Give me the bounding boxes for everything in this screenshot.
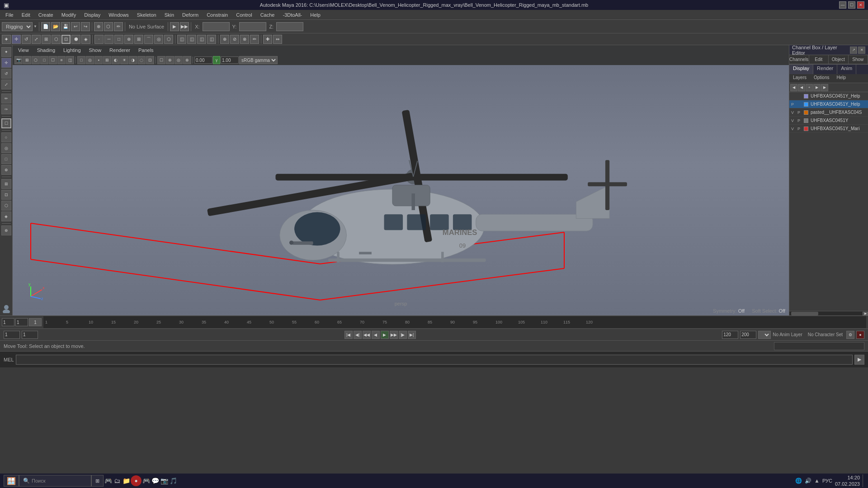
layer-prev-button[interactable]: ◀	[790, 84, 797, 91]
timeline-ruler[interactable]: 1 5 10 15 20 25 30 35 40 45 50 55 60 65 …	[43, 316, 866, 328]
tab-anim[interactable]: Anim	[837, 65, 856, 74]
scale-tool-button[interactable]: ⤢	[32, 35, 41, 44]
vp-menu-view[interactable]: View	[14, 47, 33, 54]
layer-row-2[interactable]: P UHFBXASC0451Y_Help	[789, 100, 868, 108]
paint-weights-button[interactable]: ✏	[250, 35, 259, 44]
vp-menu-renderer[interactable]: Renderer	[106, 47, 134, 54]
left-ik-button[interactable]: ◎	[1, 143, 11, 153]
vp-gamma-toggle[interactable]: γ	[213, 56, 220, 64]
taskbar-app8-icon[interactable]: 🎵	[169, 476, 178, 485]
vp-wireframe-button[interactable]: □	[77, 56, 85, 64]
maximize-button[interactable]: ☐	[848, 1, 855, 9]
layer-back-button[interactable]: ◀	[798, 84, 805, 91]
render-icon-button[interactable]: ◫	[177, 35, 186, 44]
cross-tool-button[interactable]: ✚	[263, 35, 272, 44]
range-start-input[interactable]	[4, 331, 20, 339]
new-scene-button[interactable]: 📄	[41, 22, 50, 31]
rotate-tool-button[interactable]: ↺	[22, 35, 31, 44]
show-desktop-button[interactable]	[863, 474, 864, 487]
prev-key-button[interactable]: ◀◀	[363, 331, 371, 339]
layer-row-4[interactable]: V P UHFBXASC0451Y	[789, 117, 868, 125]
menu-create[interactable]: Create	[35, 11, 57, 19]
step-back-button[interactable]: ◀|	[354, 331, 362, 339]
vp-camera-button[interactable]: 📷	[14, 56, 23, 64]
menu-file[interactable]: File	[2, 11, 17, 19]
paint-button[interactable]: ✏	[114, 22, 123, 31]
current-frame-input[interactable]	[22, 331, 38, 339]
ik-button[interactable]: ⊘	[230, 35, 239, 44]
menu-3dtool[interactable]: -3DtoAll-	[279, 11, 306, 19]
vp-flat-button[interactable]: ▪	[94, 56, 103, 64]
lasso-button[interactable]: ⬡	[104, 22, 113, 31]
move-tool-button[interactable]: ✛	[12, 35, 21, 44]
auto-key-button[interactable]: ●	[856, 331, 864, 339]
layer-scroll-bar[interactable]: ▶	[789, 311, 868, 315]
face-mode-button[interactable]: □	[114, 35, 123, 44]
search-bar[interactable]: 🔍 Поиск	[19, 475, 91, 487]
edge-mode-button[interactable]: ─	[104, 35, 113, 44]
snap-curve-button[interactable]: ⌒	[144, 35, 153, 44]
left-wire-button[interactable]: ⬡	[1, 201, 11, 211]
tab-display[interactable]: Display	[789, 65, 813, 74]
menu-deform[interactable]: Deform	[179, 11, 202, 19]
vp-active-view-button[interactable]: ⊡	[146, 56, 154, 64]
left-snap-button[interactable]: ⊡	[1, 190, 11, 200]
subtab-help[interactable]: Help	[833, 74, 849, 83]
vp-shadow-button[interactable]: ◑	[129, 56, 137, 64]
layer-next-button[interactable]: ▶	[813, 84, 821, 91]
vp-bookmark-button[interactable]: ⊗	[183, 56, 191, 64]
left-tex-button[interactable]: ◈	[1, 211, 11, 221]
vp-bounding-box-button[interactable]: ⊞	[103, 56, 111, 64]
render-button[interactable]: ▶	[170, 22, 179, 31]
menu-control[interactable]: Control	[232, 11, 255, 19]
y-input[interactable]	[239, 22, 266, 31]
object-mode-button[interactable]: ⬢	[71, 35, 80, 44]
select-mode-button[interactable]: ⊕	[94, 22, 103, 31]
vertex-mode-button[interactable]: ·	[94, 35, 104, 44]
tab-edit[interactable]: Edit	[809, 55, 829, 64]
vp-safe-button[interactable]: ☐	[49, 56, 57, 64]
volume-icon[interactable]: 🔊	[805, 478, 811, 484]
left-rotate-button[interactable]: ↺	[1, 69, 11, 79]
cmd-submit-button[interactable]: ▶	[854, 355, 864, 365]
next-key-button[interactable]: ▶▶	[390, 331, 398, 339]
fps-dropdown[interactable]	[758, 331, 771, 339]
vp-menu-show[interactable]: Show	[85, 47, 105, 54]
component-mode-button[interactable]: ◈	[81, 35, 90, 44]
save-scene-button[interactable]: 💾	[61, 22, 70, 31]
left-show-button[interactable]: ☐	[1, 118, 11, 128]
vp-menu-lighting[interactable]: Lighting	[60, 47, 85, 54]
x-input[interactable]	[203, 22, 230, 31]
menu-modify[interactable]: Modify	[58, 11, 80, 19]
play-forward-button[interactable]: ▶	[381, 331, 389, 339]
z-input[interactable]	[276, 22, 303, 31]
layer-row-1[interactable]: UHFBXASC0451Y_Help	[789, 92, 868, 100]
left-joint-button[interactable]: ○	[1, 132, 11, 142]
start-button[interactable]: 🪟	[4, 475, 19, 487]
network-icon[interactable]: 🌐	[795, 478, 802, 484]
tab-render[interactable]: Render	[813, 65, 837, 74]
ipr-icon-button[interactable]: ◫	[187, 35, 196, 44]
ipr-button[interactable]: ▶▶	[180, 22, 189, 31]
vp-default-material-button[interactable]: ◐	[112, 56, 120, 64]
vp-frame-all-button[interactable]: ⊕	[166, 56, 174, 64]
mode-dropdown[interactable]: Rigging	[2, 22, 33, 31]
left-move-button[interactable]: ✛	[1, 58, 11, 68]
taskbar-app7-icon[interactable]: 📷	[160, 476, 169, 485]
open-scene-button[interactable]: 📂	[51, 22, 60, 31]
anim-settings-button[interactable]: ⚙	[846, 331, 854, 339]
menu-skin[interactable]: Skin	[161, 11, 178, 19]
snap-grid-button[interactable]: ⊞	[134, 35, 143, 44]
select-tool-button[interactable]: ✦	[2, 35, 11, 44]
vp-colorspace-dropdown[interactable]: sRGB gamma	[239, 56, 278, 64]
menu-skeleton[interactable]: Skeleton	[133, 11, 160, 19]
scroll-right-button[interactable]: ▶	[863, 312, 868, 315]
close-button[interactable]: ✕	[857, 1, 864, 9]
vp-menu-panels[interactable]: Panels	[135, 47, 157, 54]
layer-add-button[interactable]: +	[806, 84, 813, 91]
menu-help[interactable]: Help	[307, 11, 324, 19]
viewport[interactable]: View Shading Lighting Show Renderer Pane…	[13, 45, 789, 315]
vp-grid-button[interactable]: ⊞	[23, 56, 31, 64]
taskbar-app5-icon[interactable]: 🎮	[142, 476, 151, 485]
panel-close-button[interactable]: ✕	[858, 47, 865, 54]
